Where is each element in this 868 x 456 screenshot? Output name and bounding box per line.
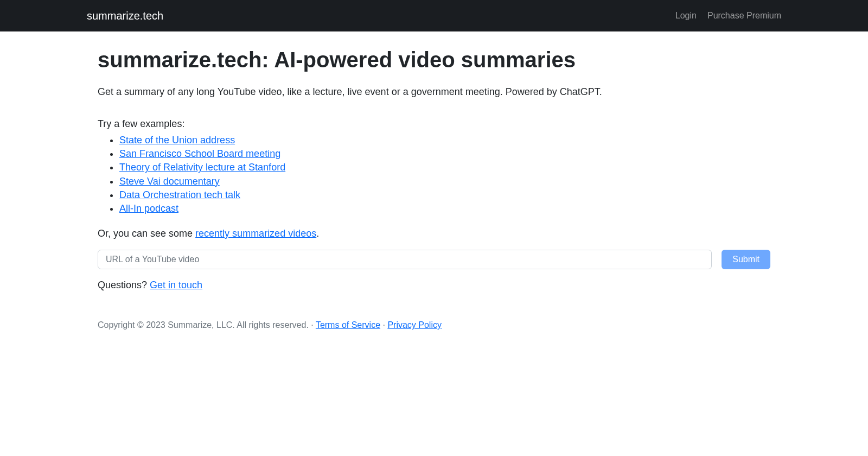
footer-separator: · <box>380 320 387 330</box>
example-link-all-in[interactable]: All-In podcast <box>119 203 178 214</box>
copyright-text: Copyright © 2023 Summarize, LLC. All rig… <box>98 320 316 330</box>
example-link-steve-vai[interactable]: Steve Vai documentary <box>119 176 220 187</box>
questions-text: Questions? Get in touch <box>98 278 770 293</box>
examples-intro: Try a few examples: <box>98 117 770 131</box>
or-suffix: . <box>316 228 319 239</box>
questions-prefix: Questions? <box>98 280 150 290</box>
recently-summarized-link[interactable]: recently summarized videos <box>195 228 316 239</box>
list-item: State of the Union address <box>119 134 770 147</box>
nav-links: Login Purchase Premium <box>675 9 781 22</box>
submit-button[interactable]: Submit <box>722 250 770 269</box>
navbar: summarize.tech Login Purchase Premium <box>0 0 868 31</box>
or-prefix: Or, you can see some <box>98 228 195 239</box>
page-title: summarize.tech: AI-powered video summari… <box>98 43 770 76</box>
url-input[interactable] <box>98 250 712 269</box>
main-container: summarize.tech: AI-powered video summari… <box>87 43 781 353</box>
or-text: Or, you can see some recently summarized… <box>98 226 770 241</box>
terms-of-service-link[interactable]: Terms of Service <box>316 320 380 330</box>
examples-list: State of the Union address San Francisco… <box>98 134 770 216</box>
example-link-state-of-union[interactable]: State of the Union address <box>119 135 235 145</box>
privacy-policy-link[interactable]: Privacy Policy <box>387 320 442 330</box>
list-item: Theory of Relativity lecture at Stanford <box>119 161 770 174</box>
list-item: All-In podcast <box>119 202 770 216</box>
list-item: Data Orchestration tech talk <box>119 188 770 202</box>
navbar-inner: summarize.tech Login Purchase Premium <box>76 8 792 24</box>
list-item: San Francisco School Board meeting <box>119 147 770 161</box>
lead-text: Get a summary of any long YouTube video,… <box>98 85 770 99</box>
footer: Copyright © 2023 Summarize, LLC. All rig… <box>98 319 770 353</box>
example-link-sf-school-board[interactable]: San Francisco School Board meeting <box>119 148 280 159</box>
login-link[interactable]: Login <box>675 9 697 22</box>
purchase-premium-link[interactable]: Purchase Premium <box>707 9 781 22</box>
example-link-relativity[interactable]: Theory of Relativity lecture at Stanford <box>119 162 285 173</box>
example-link-data-orchestration[interactable]: Data Orchestration tech talk <box>119 189 240 200</box>
url-form: Submit <box>98 250 770 269</box>
list-item: Steve Vai documentary <box>119 175 770 188</box>
get-in-touch-link[interactable]: Get in touch <box>150 280 202 290</box>
brand-link[interactable]: summarize.tech <box>87 8 163 24</box>
